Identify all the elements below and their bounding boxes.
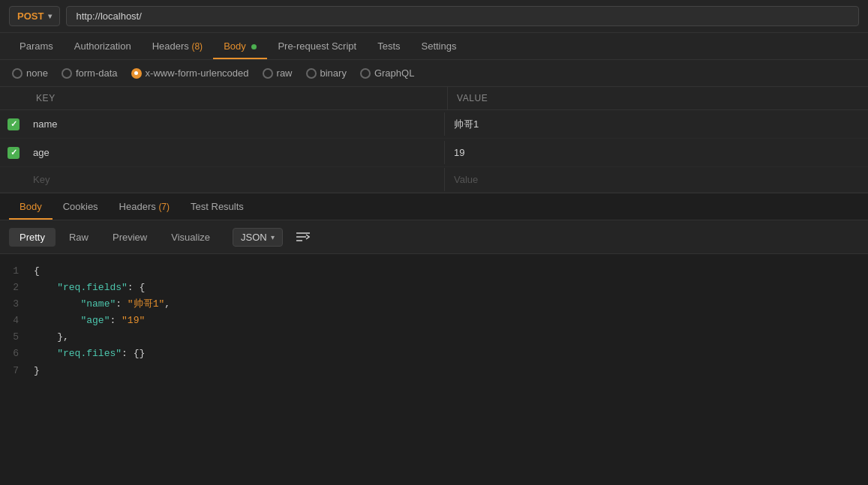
response-tabs: Body Cookies Headers (7) Test Results <box>0 193 868 220</box>
res-tab-headers[interactable]: Headers (7) <box>109 193 180 220</box>
kv-value-header: VALUE <box>448 87 868 109</box>
table-row: name 帅哥1 <box>0 110 868 139</box>
code-view: 1{2 "req.fields": {3 "name": "帅哥1",4 "ag… <box>0 254 868 388</box>
code-line: 6 "req.files": {} <box>0 346 868 362</box>
method-chevron-icon: ▾ <box>48 12 52 20</box>
table-row: age 19 <box>0 139 868 167</box>
line-content: { <box>34 263 868 280</box>
tab-body[interactable]: Body <box>213 33 267 59</box>
line-number: 5 <box>0 329 34 346</box>
body-type-bar: none form-data x-www-form-urlencoded raw… <box>0 60 868 87</box>
tab-params[interactable]: Params <box>9 33 64 59</box>
checkbox-icon[interactable] <box>8 118 20 130</box>
format-chevron-icon: ▾ <box>271 233 275 241</box>
radio-none[interactable]: none <box>12 67 48 79</box>
empty-key-input[interactable]: Key <box>27 168 445 191</box>
tab-prerequest[interactable]: Pre-request Script <box>267 33 367 59</box>
view-tab-pretty[interactable]: Pretty <box>9 228 56 247</box>
line-number: 6 <box>0 346 34 362</box>
tab-tests[interactable]: Tests <box>367 33 410 59</box>
kv-table-header: KEY VALUE <box>0 87 868 110</box>
code-line: 3 "name": "帅哥1", <box>0 296 868 313</box>
code-line: 2 "req.fields": { <box>0 280 868 296</box>
wrap-button[interactable] <box>292 226 314 247</box>
radio-urlencoded[interactable]: x-www-form-urlencoded <box>131 67 249 79</box>
view-tabs-bar: Pretty Raw Preview Visualize JSON ▾ <box>0 220 868 254</box>
row2-value[interactable]: 19 <box>445 141 868 164</box>
table-row-empty: Key Value <box>0 167 868 193</box>
url-input[interactable] <box>66 6 859 26</box>
tab-headers[interactable]: Headers (8) <box>142 33 213 59</box>
res-tab-testresults[interactable]: Test Results <box>180 193 254 220</box>
row1-checkbox[interactable] <box>0 118 27 130</box>
kv-table: KEY VALUE name 帅哥1 age 19 Key Value <box>0 87 868 193</box>
row1-key[interactable]: name <box>27 112 445 136</box>
code-line: 5 }, <box>0 329 868 346</box>
line-number: 3 <box>0 296 34 313</box>
radio-circle-raw <box>263 68 273 79</box>
radio-circle-formdata <box>62 68 72 79</box>
radio-circle-none <box>12 68 23 79</box>
radio-raw[interactable]: raw <box>263 67 293 79</box>
line-number: 1 <box>0 263 34 280</box>
url-bar: POST ▾ <box>0 0 868 33</box>
wrap-icon <box>296 232 310 242</box>
row2-checkbox[interactable] <box>0 147 27 159</box>
kv-checkbox-col-header <box>0 87 27 109</box>
code-line: 4 "age": "19" <box>0 313 868 329</box>
body-active-dot <box>251 44 257 49</box>
res-tab-cookies[interactable]: Cookies <box>53 193 109 220</box>
line-number: 7 <box>0 363 34 379</box>
empty-value-input[interactable]: Value <box>445 168 868 191</box>
line-content: "req.files": {} <box>34 346 868 362</box>
line-content: "name": "帅哥1", <box>34 296 868 313</box>
radio-binary[interactable]: binary <box>306 67 347 79</box>
row1-value[interactable]: 帅哥1 <box>445 112 868 137</box>
radio-graphql[interactable]: GraphQL <box>360 67 414 79</box>
method-select[interactable]: POST ▾ <box>9 6 60 26</box>
checkbox-icon[interactable] <box>8 147 20 159</box>
line-content: } <box>34 363 868 379</box>
line-content: "req.fields": { <box>34 280 868 296</box>
line-number: 4 <box>0 313 34 329</box>
format-select[interactable]: JSON ▾ <box>233 228 283 247</box>
view-tab-visualize[interactable]: Visualize <box>161 228 221 247</box>
tab-authorization[interactable]: Authorization <box>64 33 142 59</box>
radio-formdata[interactable]: form-data <box>62 67 118 79</box>
radio-circle-binary <box>306 68 317 79</box>
code-line: 1{ <box>0 263 868 280</box>
view-tab-preview[interactable]: Preview <box>102 228 158 247</box>
res-tab-body[interactable]: Body <box>9 193 53 220</box>
code-line: 7} <box>0 363 868 379</box>
line-content: }, <box>34 329 868 346</box>
tab-settings[interactable]: Settings <box>411 33 467 59</box>
line-content: "age": "19" <box>34 313 868 329</box>
view-tab-raw[interactable]: Raw <box>59 228 99 247</box>
radio-circle-urlencoded <box>131 68 142 79</box>
request-tabs: Params Authorization Headers (8) Body Pr… <box>0 33 868 60</box>
line-number: 2 <box>0 280 34 296</box>
row2-key[interactable]: age <box>27 141 445 164</box>
kv-key-header: KEY <box>27 87 448 109</box>
radio-circle-graphql <box>360 68 371 79</box>
method-label: POST <box>17 10 44 22</box>
